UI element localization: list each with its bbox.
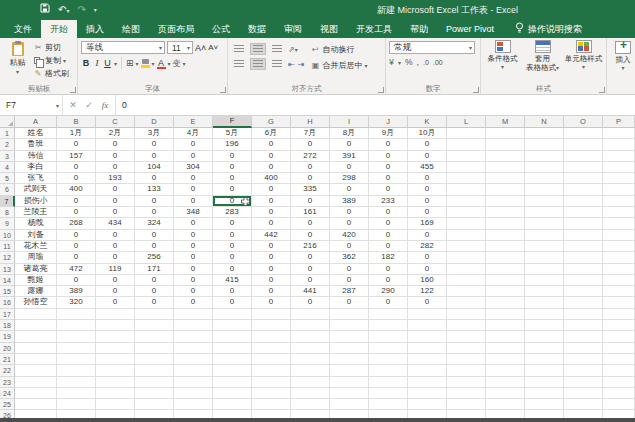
cell-K23[interactable]: [408, 377, 447, 388]
cell-F6[interactable]: 0: [213, 184, 252, 195]
cell-L17[interactable]: [447, 309, 486, 320]
font-color-icon[interactable]: A: [157, 58, 166, 68]
cell-F4[interactable]: 0: [213, 162, 252, 173]
cell-M24[interactable]: [486, 388, 525, 399]
cell-H23[interactable]: [291, 377, 330, 388]
cell-I11[interactable]: 0: [330, 241, 369, 252]
cell-P1[interactable]: [603, 128, 635, 139]
cell-N23[interactable]: [525, 377, 564, 388]
cell-D25[interactable]: [135, 399, 174, 410]
cell-A2[interactable]: 鲁班: [15, 139, 57, 150]
cell-D1[interactable]: 3月: [135, 128, 174, 139]
cell-D3[interactable]: 0: [135, 151, 174, 162]
cell-E17[interactable]: [174, 309, 213, 320]
cell-J10[interactable]: 0: [369, 230, 408, 241]
cell-B11[interactable]: 0: [57, 241, 96, 252]
cell-K24[interactable]: [408, 388, 447, 399]
cell-M6[interactable]: [486, 184, 525, 195]
cell-H17[interactable]: [291, 309, 330, 320]
cell-B19[interactable]: [57, 331, 96, 342]
tab-视图[interactable]: 视图: [311, 20, 347, 38]
cell-M9[interactable]: [486, 218, 525, 229]
cell-L4[interactable]: [447, 162, 486, 173]
cell-L7[interactable]: [447, 196, 486, 207]
cell-A18[interactable]: [15, 320, 57, 331]
cell-O18[interactable]: [564, 320, 603, 331]
row-header-20[interactable]: 20: [0, 343, 15, 354]
cell-O10[interactable]: [564, 230, 603, 241]
cell-H2[interactable]: 0: [291, 139, 330, 150]
row-header-7[interactable]: 7: [0, 196, 15, 207]
cell-J3[interactable]: 0: [369, 151, 408, 162]
cell-F17[interactable]: [213, 309, 252, 320]
cell-E2[interactable]: 0: [174, 139, 213, 150]
row-header-12[interactable]: 12: [0, 252, 15, 263]
cell-A13[interactable]: 诸葛亮: [15, 264, 57, 275]
cell-G10[interactable]: 442: [252, 230, 291, 241]
cell-E10[interactable]: 0: [174, 230, 213, 241]
cell-A9[interactable]: 杨戬: [15, 218, 57, 229]
cell-C21[interactable]: [96, 354, 135, 365]
cell-K4[interactable]: 455: [408, 162, 447, 173]
cell-P12[interactable]: [603, 252, 635, 263]
cell-D24[interactable]: [135, 388, 174, 399]
cell-L19[interactable]: [447, 331, 486, 342]
cell-J17[interactable]: [369, 309, 408, 320]
cell-L12[interactable]: [447, 252, 486, 263]
styles-dialog-launcher[interactable]: [599, 87, 605, 93]
cell-K6[interactable]: 0: [408, 184, 447, 195]
customize-qat-icon[interactable]: ▾: [94, 0, 97, 20]
cell-K8[interactable]: 0: [408, 207, 447, 218]
row-header-18[interactable]: 18: [0, 320, 15, 331]
cell-N8[interactable]: [525, 207, 564, 218]
fill-color-icon[interactable]: [141, 59, 150, 68]
cell-P17[interactable]: [603, 309, 635, 320]
cell-I17[interactable]: [330, 309, 369, 320]
cell-I23[interactable]: [330, 377, 369, 388]
cell-A4[interactable]: 李白: [15, 162, 57, 173]
cell-J24[interactable]: [369, 388, 408, 399]
column-header-O[interactable]: O: [564, 116, 603, 128]
cell-E1[interactable]: 4月: [174, 128, 213, 139]
cell-I4[interactable]: 0: [330, 162, 369, 173]
cell-K10[interactable]: 0: [408, 230, 447, 241]
cell-O14[interactable]: [564, 275, 603, 286]
cell-I19[interactable]: [330, 331, 369, 342]
save-icon[interactable]: [40, 0, 50, 20]
enter-icon[interactable]: ✓: [81, 100, 97, 110]
cell-O17[interactable]: [564, 309, 603, 320]
row-header-5[interactable]: 5: [0, 173, 15, 184]
decrease-font-icon[interactable]: A˅: [208, 43, 218, 52]
tab-页面布局[interactable]: 页面布局: [149, 20, 203, 38]
cell-A20[interactable]: [15, 343, 57, 354]
cell-L15[interactable]: [447, 286, 486, 297]
cell-B3[interactable]: 157: [57, 151, 96, 162]
insert-cells-button[interactable]: 插入 ▾: [610, 41, 635, 73]
cell-N20[interactable]: [525, 343, 564, 354]
cell-D8[interactable]: 0: [135, 207, 174, 218]
cell-E12[interactable]: 0: [174, 252, 213, 263]
cell-I5[interactable]: 298: [330, 173, 369, 184]
cell-N2[interactable]: [525, 139, 564, 150]
cancel-icon[interactable]: ✕: [65, 100, 81, 110]
cell-N19[interactable]: [525, 331, 564, 342]
cell-E24[interactable]: [174, 388, 213, 399]
cell-B6[interactable]: 400: [57, 184, 96, 195]
bold-button[interactable]: B: [81, 58, 91, 68]
cell-C17[interactable]: [96, 309, 135, 320]
column-header-D[interactable]: D: [135, 116, 174, 128]
cell-G19[interactable]: [252, 331, 291, 342]
cell-L11[interactable]: [447, 241, 486, 252]
cell-G11[interactable]: 0: [252, 241, 291, 252]
cell-O19[interactable]: [564, 331, 603, 342]
column-header-M[interactable]: M: [486, 116, 525, 128]
cell-A17[interactable]: [15, 309, 57, 320]
cell-P10[interactable]: [603, 230, 635, 241]
cell-O5[interactable]: [564, 173, 603, 184]
cell-P22[interactable]: [603, 365, 635, 376]
cell-J19[interactable]: [369, 331, 408, 342]
cell-K17[interactable]: [408, 309, 447, 320]
cell-G15[interactable]: 0: [252, 286, 291, 297]
cell-I16[interactable]: 0: [330, 297, 369, 308]
cell-I25[interactable]: [330, 399, 369, 410]
